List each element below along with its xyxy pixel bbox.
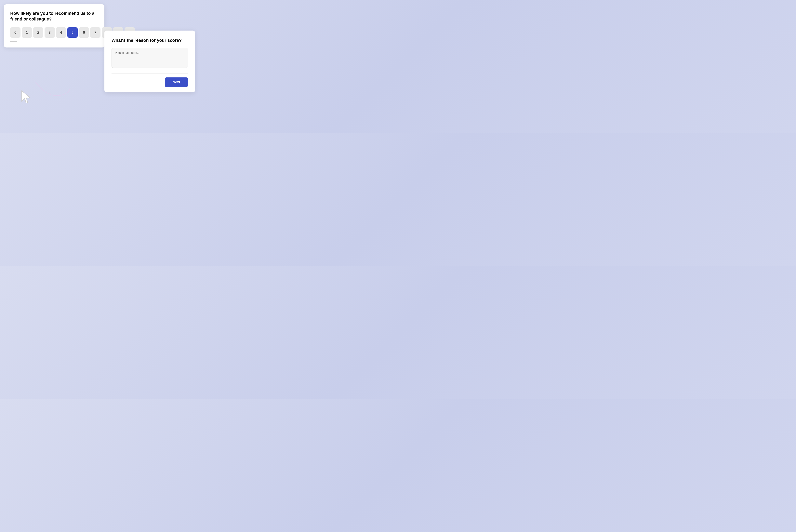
next-button[interactable]: Next [165,77,188,87]
nps-question: How likely are you to recommend us to a … [10,11,98,22]
nps-scores: 0 1 2 3 4 5 6 7 8 9 10 [10,27,98,38]
reason-question: What's the reason for your score? [112,38,188,43]
nps-card: How likely are you to recommend us to a … [4,4,105,48]
score-5[interactable]: 5 [68,27,78,38]
score-6[interactable]: 6 [79,27,89,38]
reason-textarea[interactable] [112,48,188,68]
score-3[interactable]: 3 [44,27,55,38]
reason-card: What's the reason for your score? Next [105,31,195,92]
card-footer: Next [112,77,188,87]
curved-arrow-decoration [31,79,74,102]
score-1[interactable]: 1 [22,27,32,38]
cursor-icon [21,90,33,104]
score-0[interactable]: 0 [10,27,20,38]
scroll-indicator [10,41,17,42]
score-4[interactable]: 4 [56,27,66,38]
score-7[interactable]: 7 [90,27,100,38]
svg-marker-0 [22,91,30,103]
score-2[interactable]: 2 [33,27,43,38]
card-divider [112,73,188,74]
